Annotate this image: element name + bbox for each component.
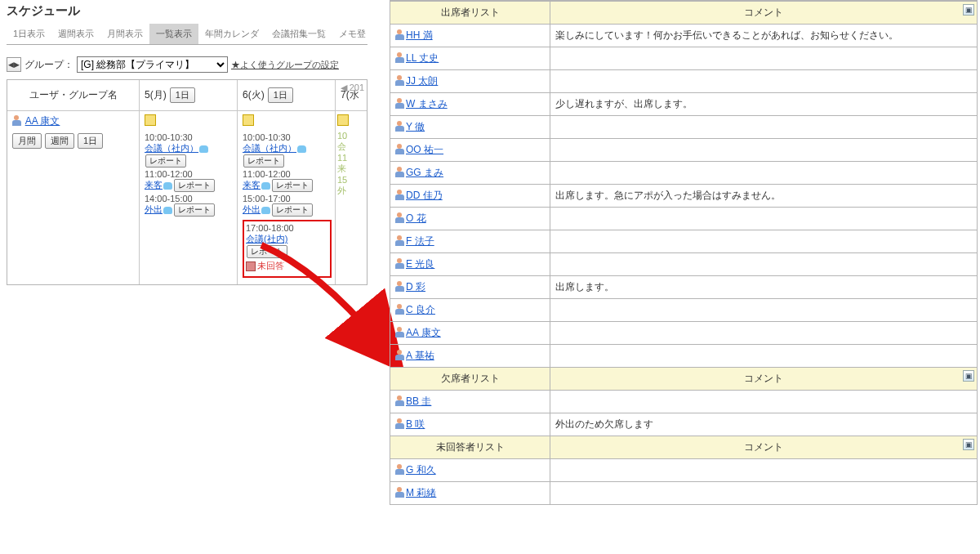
cloud-icon	[163, 207, 172, 214]
person-icon	[12, 115, 21, 126]
person-icon	[395, 121, 404, 132]
event-link[interactable]: 来客	[145, 180, 163, 190]
tab-year[interactable]: 年間カレンダ	[198, 24, 265, 44]
person-icon	[395, 487, 404, 498]
user-link[interactable]: GG まみ	[406, 167, 443, 178]
report-btn[interactable]: レポート	[145, 154, 186, 168]
expand-icon[interactable]: ▣	[963, 4, 974, 16]
comment-cell: 少し遅れますが、出席します。	[550, 93, 978, 116]
user-link[interactable]: E 光良	[406, 258, 434, 270]
comment-cell: 出席します。	[550, 276, 978, 299]
user-link[interactable]: B 咲	[406, 418, 425, 430]
report-btn[interactable]: レポート	[272, 179, 313, 192]
tab-meetings[interactable]: 会議招集一覧	[265, 24, 332, 44]
comment-cell	[550, 322, 978, 345]
th-unreply: 未回答者リスト	[390, 436, 550, 459]
user-link[interactable]: JJ 太朗	[406, 75, 438, 87]
highlighted-event[interactable]: 17:00-18:00 会議(社内)レポート 未回答	[243, 220, 332, 278]
table-row: D 彩出席します。	[390, 276, 978, 299]
table-row: GG まみ	[390, 162, 978, 185]
group-select[interactable]: [G] 総務部【プライマリ】	[77, 56, 228, 73]
person-icon	[395, 350, 404, 360]
tab-list[interactable]: 一覧表示	[149, 24, 198, 44]
user-week-btn[interactable]: 週間	[45, 133, 74, 149]
comment-cell	[550, 345, 978, 368]
tab-week[interactable]: 週間表示	[51, 24, 100, 44]
user-day-btn[interactable]: 1日	[78, 133, 103, 149]
calendar-grid: ◀ 201 ユーザ・グループ名 5(月) 1日 6(火) 1日 7(水 A	[7, 79, 368, 285]
group-label: グループ：	[24, 58, 74, 72]
event-link[interactable]: 外出	[243, 204, 261, 214]
day6-btn[interactable]: 1日	[268, 87, 293, 103]
date-nav[interactable]: ◀ 201	[341, 83, 364, 93]
event-link[interactable]: 会議（社内）	[243, 143, 296, 153]
table-row: AA 康文	[390, 322, 978, 345]
event-link[interactable]: 会議（社内）	[145, 143, 198, 153]
new-event-icon[interactable]	[243, 114, 254, 126]
prev-group-icon[interactable]: ◀▶	[7, 57, 21, 72]
report-btn[interactable]: レポート	[243, 154, 284, 168]
user-link[interactable]: AA 康文	[25, 115, 60, 127]
table-row: HH 満楽しみにしています！何かお手伝いできることがあれば、お知らせください。	[390, 25, 978, 47]
person-icon	[395, 464, 404, 475]
expand-icon[interactable]: ▣	[963, 370, 974, 382]
user-link[interactable]: HH 満	[406, 29, 433, 41]
person-icon	[395, 190, 404, 200]
table-row: W まさみ少し遅れますが、出席します。	[390, 93, 978, 116]
table-row: F 法子	[390, 230, 978, 253]
expand-icon[interactable]: ▣	[963, 439, 974, 450]
tab-day[interactable]: 1日表示	[7, 24, 51, 44]
th-attendees: 出席者リスト	[390, 2, 550, 25]
unreply-icon	[246, 261, 256, 271]
tab-memo[interactable]: メモ登	[332, 24, 372, 44]
new-event-icon[interactable]	[337, 114, 349, 126]
comment-cell	[550, 299, 978, 322]
table-row: M 莉緒	[390, 482, 978, 505]
event-link[interactable]: 来客	[243, 180, 261, 190]
user-link[interactable]: O 花	[406, 212, 426, 224]
comment-cell: 楽しみにしています！何かお手伝いできることがあれば、お知らせください。	[550, 25, 978, 47]
user-link[interactable]: W まさみ	[406, 98, 448, 109]
table-row: A 基祐	[390, 345, 978, 368]
new-event-icon[interactable]	[145, 114, 156, 126]
col-day-6: 6(火) 1日	[238, 80, 336, 110]
person-icon	[395, 144, 404, 154]
user-link[interactable]: A 基祐	[406, 350, 434, 361]
cloud-icon	[163, 182, 172, 190]
table-row: G 和久	[390, 459, 978, 482]
user-link[interactable]: LL 丈史	[406, 52, 439, 64]
user-link[interactable]: Y 徹	[406, 121, 425, 132]
user-link[interactable]: M 莉緒	[406, 487, 436, 498]
table-row: B 咲外出のため欠席します	[390, 413, 978, 436]
report-btn[interactable]: レポート	[174, 203, 215, 217]
report-btn[interactable]: レポート	[174, 179, 215, 192]
report-btn[interactable]: レポート	[247, 245, 287, 258]
user-link[interactable]: DD 佳乃	[406, 190, 443, 201]
tab-month[interactable]: 月間表示	[100, 24, 149, 44]
user-link[interactable]: G 和久	[406, 464, 436, 476]
fav-groups-link[interactable]: ★よく使うグループの設定	[231, 59, 339, 71]
user-link[interactable]: D 彩	[406, 281, 425, 293]
view-tabs: 1日表示 週間表示 月間表示 一覧表示 年間カレンダ 会議招集一覧 メモ登	[7, 24, 368, 45]
comment-cell	[550, 116, 978, 139]
user-link[interactable]: AA 康文	[406, 327, 441, 338]
cell-day6: 10:00-10:30会議（社内）レポート 11:00-12:00来客レポート …	[238, 111, 336, 284]
event-link[interactable]: 外出	[145, 204, 163, 214]
attendee-table: 出席者リスト コメント▣ HH 満楽しみにしています！何かお手伝いできることがあ…	[390, 1, 978, 505]
user-link[interactable]: BB 圭	[406, 395, 431, 407]
comment-cell: 外出のため欠席します	[550, 413, 978, 436]
day5-btn[interactable]: 1日	[170, 87, 195, 103]
comment-cell	[550, 162, 978, 185]
user-month-btn[interactable]: 月間	[12, 133, 42, 149]
cloud-icon	[261, 182, 270, 190]
person-icon	[395, 75, 404, 86]
user-link[interactable]: OO 祐一	[406, 144, 443, 155]
user-link[interactable]: F 法子	[406, 235, 434, 247]
comment-cell	[550, 208, 978, 230]
user-link[interactable]: C 良介	[406, 304, 435, 315]
th-comment: コメント▣	[550, 368, 978, 391]
event-link[interactable]: 会議(社内)	[246, 234, 287, 243]
comment-cell	[550, 391, 978, 413]
comment-cell	[550, 459, 978, 482]
report-btn[interactable]: レポート	[272, 203, 313, 217]
